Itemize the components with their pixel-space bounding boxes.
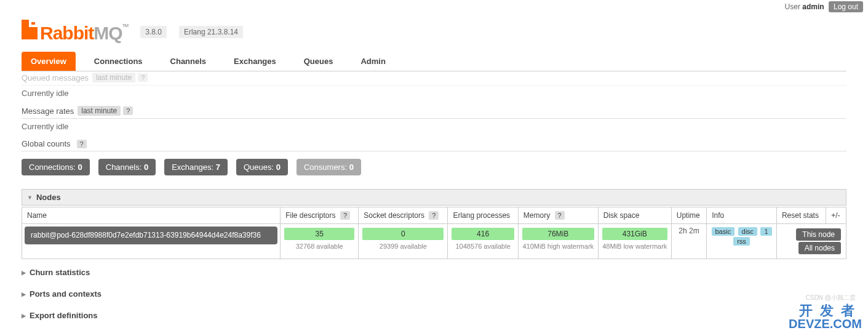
info-tag-1: 1 [760,227,771,236]
cell-ep: 4161048576 available [448,224,518,259]
rates-label: Message rates [22,106,74,116]
help-icon[interactable]: ? [429,211,439,220]
info-tag-basic: basic [712,227,735,236]
header: RabbitMQTM 3.8.0 Erlang 21.3.8.14 [22,14,846,47]
col-ep: Erlang processes [448,207,518,224]
col-disk: Disk space [598,207,671,224]
col-mem: Memory ? [518,207,598,224]
tab-admin[interactable]: Admin [351,52,394,71]
tab-exchanges[interactable]: Exchanges [225,52,285,71]
reset-this-node-button[interactable]: This node [796,228,841,241]
queued-time: last minute [92,73,135,82]
nodes-title: Nodes [36,193,61,202]
reset-all-nodes-button[interactable]: All nodes [798,242,841,254]
churn-panel-header[interactable]: Churn statistics [22,264,846,281]
version-rabbitmq: 3.8.0 [140,26,167,38]
help-icon[interactable]: ? [555,211,565,220]
queued-label: Queued messages [22,73,89,82]
ports-panel-header[interactable]: Ports and contexts [22,286,846,302]
global-label: Global counts [22,139,71,148]
cell-fd: 3532768 available [281,224,359,259]
help-icon[interactable]: ? [123,106,133,115]
logout-button[interactable]: Log out [829,1,863,12]
user-label: User [785,2,800,11]
tab-channels[interactable]: Channels [161,52,216,71]
user-name: admin [802,2,824,11]
rabbitmq-logo-icon [22,20,38,39]
nodes-panel-header[interactable]: Nodes [22,189,846,206]
col-info: Info [707,207,777,224]
chevron-right-icon [22,291,26,297]
chevron-right-icon [22,270,26,276]
queued-idle: Currently idle [22,86,846,100]
table-row: rabbit@pod-628df8988f0d7e2efdb71313-6391… [22,224,846,259]
help-icon[interactable]: ? [77,140,87,148]
top-bar: User admin Log out [0,0,868,14]
message-rates-header: Message rates last minute ? [22,103,846,119]
counts-row: Connections: 0 Channels: 0 Exchanges: 7 … [22,151,846,183]
count-consumers[interactable]: Consumers: 0 [297,159,361,175]
table-header-row: Name File descriptors ? Socket descripto… [22,207,846,224]
cell-info: basic disc 1 rss [707,224,777,259]
col-name: Name [22,207,281,224]
logo-text-rabbit: Rabbit [40,23,94,43]
count-channels[interactable]: Channels: 0 [98,159,156,175]
node-name[interactable]: rabbit@pod-628df8988f0d7e2efdb71313-6391… [25,227,277,244]
cell-sd: 029399 available [359,224,448,259]
help-icon[interactable]: ? [340,211,350,220]
export-panel-header[interactable]: Export definitions [22,307,846,324]
col-fd: File descriptors ? [281,207,359,224]
cell-disk: 431GiB48MiB low watermark [598,224,671,259]
tab-overview[interactable]: Overview [22,52,76,71]
tab-connections[interactable]: Connections [85,52,152,71]
col-uptime: Uptime [671,207,706,224]
columns-toggle[interactable]: +/- [826,207,846,224]
logo-text-mq: MQ [94,23,122,43]
count-exchanges[interactable]: Exchanges: 7 [164,159,228,175]
col-sd: Socket descriptors ? [359,207,448,224]
count-queues[interactable]: Queues: 0 [236,159,288,175]
version-erlang: Erlang 21.3.8.14 [179,26,243,38]
cell-mem: 76MiB410MiB high watermark [518,224,598,259]
info-tag-disc: disc [738,227,758,236]
nodes-table: Name File descriptors ? Socket descripto… [22,207,846,259]
tabs: Overview Connections Channels Exchanges … [22,52,846,71]
count-connections[interactable]: Connections: 0 [22,159,90,175]
global-counts-header: Global counts ? [22,137,846,151]
logo-tm: TM [122,23,129,28]
col-reset: Reset stats [776,207,826,224]
chevron-right-icon [22,313,26,319]
cell-reset: This node All nodes [776,224,846,259]
queued-messages-header: Queued messages last minute ? [22,70,846,86]
chevron-down-icon [27,195,33,201]
cell-uptime: 2h 2m [671,224,706,259]
logo[interactable]: RabbitMQTM [22,20,128,44]
help-icon[interactable]: ? [138,73,148,82]
rates-idle: Currently idle [22,119,846,133]
rates-time[interactable]: last minute [78,106,121,116]
info-tag-rss: rss [733,237,750,246]
tab-queues[interactable]: Queues [295,52,343,71]
